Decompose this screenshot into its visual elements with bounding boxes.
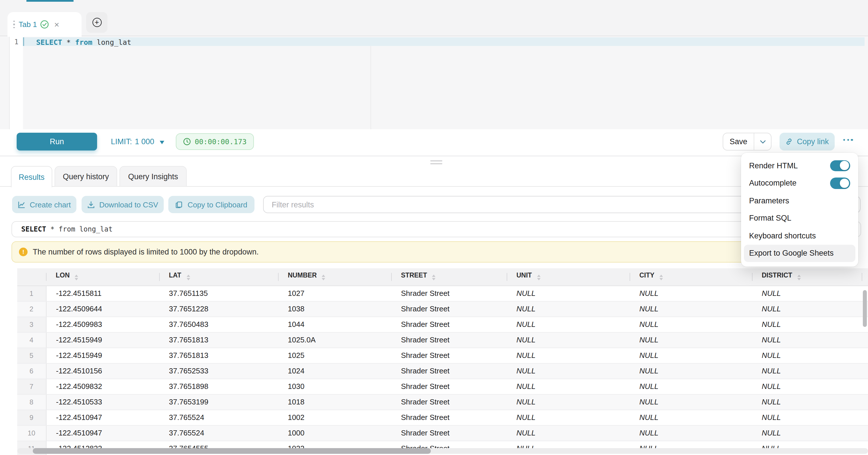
- cell[interactable]: 37.7651898: [159, 378, 278, 394]
- cell[interactable]: NULL: [752, 425, 862, 441]
- cell[interactable]: NULL: [629, 363, 752, 378]
- column-header-street[interactable]: STREET: [391, 268, 507, 285]
- drag-handle-icon[interactable]: [13, 21, 14, 28]
- cell[interactable]: 1018: [278, 394, 391, 410]
- cell[interactable]: NULL: [752, 332, 862, 347]
- cell[interactable]: 37.7651135: [159, 285, 278, 301]
- cell[interactable]: 1002: [278, 410, 391, 425]
- save-split-button[interactable]: Save: [723, 133, 772, 151]
- cell[interactable]: 37.765524: [159, 410, 278, 425]
- more-options-button[interactable]: [841, 137, 855, 143]
- code-editor[interactable]: 1 SELECT * from long_lat: [0, 36, 868, 129]
- toggle-switch-on[interactable]: [830, 160, 850, 171]
- cell[interactable]: Shrader Street: [391, 285, 507, 301]
- cell[interactable]: 37.7653199: [159, 394, 278, 410]
- cell[interactable]: Shrader Street: [391, 410, 507, 425]
- cell[interactable]: [862, 347, 868, 363]
- menu-item-autocomplete[interactable]: Autocomplete: [744, 174, 855, 192]
- cell[interactable]: Shrader Street: [391, 316, 507, 332]
- row-number[interactable]: 7: [17, 378, 46, 394]
- row-number[interactable]: 10: [17, 425, 46, 441]
- add-tab-button[interactable]: +: [86, 12, 107, 33]
- cell[interactable]: NULL: [752, 301, 862, 316]
- cell[interactable]: Shrader Street: [391, 347, 507, 363]
- cell[interactable]: NULL: [629, 394, 752, 410]
- cell[interactable]: [862, 425, 868, 441]
- cell[interactable]: 1025: [278, 347, 391, 363]
- horizontal-scrollbar-thumb[interactable]: [33, 448, 431, 454]
- cell[interactable]: [862, 410, 868, 425]
- cell[interactable]: 1025.0A: [278, 332, 391, 347]
- cell[interactable]: 37.7650483: [159, 316, 278, 332]
- cell[interactable]: NULL: [629, 332, 752, 347]
- column-header-district[interactable]: DISTRICT: [752, 268, 862, 285]
- cell[interactable]: NULL: [752, 410, 862, 425]
- cell[interactable]: [862, 332, 868, 347]
- column-header-re[interactable]: RE: [862, 268, 868, 285]
- tab-query-history[interactable]: Query history: [55, 166, 117, 187]
- cell[interactable]: -122.4509832: [46, 378, 159, 394]
- menu-item-format-sql[interactable]: Format SQL: [744, 209, 855, 227]
- row-number[interactable]: 6: [17, 363, 46, 378]
- cell[interactable]: 1000: [278, 425, 391, 441]
- tab-query-insights[interactable]: Query Insights: [120, 166, 187, 187]
- cell[interactable]: 37.765524: [159, 425, 278, 441]
- cell[interactable]: NULL: [629, 285, 752, 301]
- tab-results[interactable]: Results: [11, 166, 52, 187]
- cell[interactable]: NULL: [752, 394, 862, 410]
- cell[interactable]: NULL: [507, 410, 629, 425]
- save-options-button[interactable]: [754, 133, 771, 150]
- column-header-unit[interactable]: UNIT: [507, 268, 629, 285]
- cell[interactable]: Shrader Street: [391, 394, 507, 410]
- menu-item-parameters[interactable]: Parameters: [744, 192, 855, 209]
- column-header-number[interactable]: NUMBER: [278, 268, 391, 285]
- cell[interactable]: 37.7652533: [159, 363, 278, 378]
- cell[interactable]: -122.4510156: [46, 363, 159, 378]
- row-number[interactable]: 2: [17, 301, 46, 316]
- menu-item-render-html[interactable]: Render HTML: [744, 157, 855, 174]
- row-number[interactable]: 5: [17, 347, 46, 363]
- cell[interactable]: NULL: [507, 301, 629, 316]
- copy-link-button[interactable]: Copy link: [779, 133, 835, 151]
- sql-code-line[interactable]: SELECT * from long_lat: [36, 38, 131, 47]
- cell[interactable]: NULL: [752, 363, 862, 378]
- create-chart-button[interactable]: Create chart: [12, 196, 76, 213]
- cell[interactable]: NULL: [752, 378, 862, 394]
- cell[interactable]: 37.7651228: [159, 301, 278, 316]
- cell[interactable]: -122.4510947: [46, 425, 159, 441]
- cell[interactable]: Shrader Street: [391, 378, 507, 394]
- cell[interactable]: Shrader Street: [391, 332, 507, 347]
- row-number[interactable]: 3: [17, 316, 46, 332]
- cell[interactable]: Shrader Street: [391, 301, 507, 316]
- menu-item-export-to-google-sheets[interactable]: Export to Google Sheets: [744, 244, 855, 262]
- cell[interactable]: NULL: [629, 378, 752, 394]
- menu-item-keyboard-shortcuts[interactable]: Keyboard shortcuts: [744, 227, 855, 244]
- cell[interactable]: -122.4515949: [46, 332, 159, 347]
- row-number[interactable]: 8: [17, 394, 46, 410]
- cell[interactable]: Shrader Street: [391, 425, 507, 441]
- toggle-switch-on[interactable]: [830, 178, 850, 189]
- cell[interactable]: NULL: [507, 347, 629, 363]
- cell[interactable]: NULL: [629, 347, 752, 363]
- cell[interactable]: -122.4510533: [46, 394, 159, 410]
- cell[interactable]: [862, 378, 868, 394]
- cell[interactable]: 1024: [278, 363, 391, 378]
- pane-resize-handle[interactable]: [430, 160, 442, 165]
- cell[interactable]: [862, 394, 868, 410]
- cell[interactable]: 1030: [278, 378, 391, 394]
- row-number[interactable]: 9: [17, 410, 46, 425]
- cell[interactable]: NULL: [507, 332, 629, 347]
- copy-clipboard-button[interactable]: Copy to Clipboard: [168, 196, 254, 213]
- cell[interactable]: Shrader Street: [391, 363, 507, 378]
- vertical-scrollbar[interactable]: [863, 290, 867, 327]
- cell[interactable]: NULL: [507, 363, 629, 378]
- cell[interactable]: NULL: [629, 316, 752, 332]
- query-tab[interactable]: Tab 1 ×: [7, 12, 82, 37]
- cell[interactable]: -122.4509983: [46, 316, 159, 332]
- cell[interactable]: NULL: [629, 301, 752, 316]
- cell[interactable]: 37.7651813: [159, 347, 278, 363]
- cell[interactable]: NULL: [752, 347, 862, 363]
- limit-dropdown[interactable]: LIMIT: 1 000: [111, 133, 164, 151]
- cell[interactable]: -122.4515949: [46, 347, 159, 363]
- cell[interactable]: NULL: [629, 410, 752, 425]
